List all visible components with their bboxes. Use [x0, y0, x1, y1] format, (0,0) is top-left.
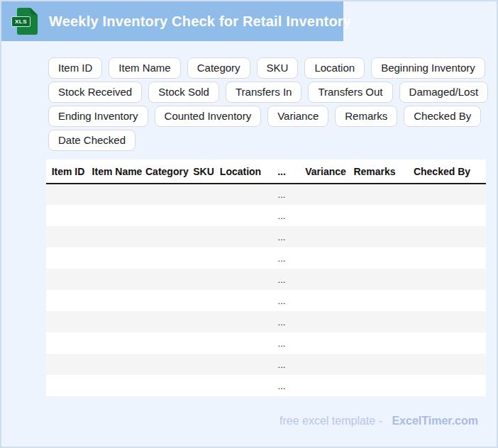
footer-brand-link[interactable]: ExcelTimer.com [392, 415, 478, 427]
table-cell [300, 205, 351, 226]
inventory-table-container: Item IDItem NameCategorySKULocation...Va… [46, 159, 486, 396]
table-cell [90, 375, 144, 396]
field-chip[interactable]: Item Name [109, 57, 180, 79]
table-header-cell: Checked By [398, 159, 486, 184]
field-chip[interactable]: Transfers Out [308, 82, 392, 103]
table-cell [300, 332, 351, 354]
table-cell: ... [263, 184, 300, 205]
field-chip[interactable]: Item ID [48, 57, 102, 79]
table-header-cell: Location [218, 159, 263, 184]
xls-file-icon: XLS [17, 8, 38, 35]
table-cell [398, 205, 486, 226]
table-cell [46, 247, 90, 269]
xls-icon-label: XLS [11, 16, 31, 27]
table-row: ... [46, 332, 486, 354]
table-cell [218, 332, 263, 354]
table-cell: ... [263, 311, 300, 332]
table-cell: ... [263, 354, 300, 375]
field-chip[interactable]: Date Checked [48, 130, 135, 151]
table-cell [300, 375, 351, 396]
table-cell [46, 184, 90, 205]
table-cell [90, 311, 144, 332]
table-cell [46, 311, 90, 332]
table-cell [398, 332, 486, 354]
table-row: ... [46, 184, 486, 205]
table-cell [189, 332, 218, 354]
table-row: ... [46, 290, 486, 311]
table-header-cell: Item Name [90, 159, 144, 184]
table-cell [300, 290, 351, 311]
chip-row: Date Checked [48, 130, 488, 151]
table-cell [218, 184, 263, 205]
field-chip[interactable]: Stock Received [48, 82, 142, 103]
table-cell [189, 311, 218, 332]
table-cell [218, 354, 263, 375]
field-chip[interactable]: Stock Sold [148, 82, 219, 103]
table-cell [90, 205, 144, 226]
field-chip[interactable]: SKU [257, 57, 299, 79]
table-row: ... [46, 247, 486, 269]
table-cell [46, 375, 90, 396]
footer-text: free excel template - [280, 415, 382, 427]
table-cell [351, 354, 398, 375]
table-cell [189, 354, 218, 375]
table-cell [189, 247, 218, 269]
table-cell [144, 290, 189, 311]
table-cell [144, 205, 189, 226]
table-row: ... [46, 269, 486, 290]
table-cell [351, 205, 398, 226]
table-cell [144, 375, 189, 396]
field-chip[interactable]: Category [187, 57, 250, 79]
table-cell [218, 205, 263, 226]
field-chip[interactable]: Counted Inventory [155, 106, 262, 127]
table-cell [398, 375, 486, 396]
table-cell [218, 247, 263, 269]
field-chip[interactable]: Variance [267, 106, 328, 127]
table-cell [218, 226, 263, 247]
table-cell [398, 354, 486, 375]
page-title: Weekly Inventory Check for Retail Invent… [49, 13, 351, 30]
table-cell [218, 311, 263, 332]
header-bar: XLS Weekly Inventory Check for Retail In… [1, 1, 343, 41]
table-cell [189, 184, 218, 205]
table-cell [351, 269, 398, 290]
table-header-cell: Variance [300, 159, 351, 184]
table-cell [300, 354, 351, 375]
field-chip[interactable]: Ending Inventory [48, 106, 148, 127]
footer: free excel template - ExcelTimer.com [280, 415, 478, 427]
field-chip[interactable]: Transfers In [226, 82, 301, 103]
table-cell: ... [263, 226, 300, 247]
table-cell [144, 311, 189, 332]
table-cell [46, 332, 90, 354]
table-cell [218, 269, 263, 290]
field-chip[interactable]: Remarks [335, 106, 397, 127]
table-cell [46, 226, 90, 247]
inventory-table: Item IDItem NameCategorySKULocation...Va… [46, 159, 486, 396]
table-row: ... [46, 354, 486, 375]
table-cell: ... [263, 290, 300, 311]
field-chip[interactable]: Damaged/Lost [399, 82, 489, 103]
field-chip[interactable]: Beginning Inventory [371, 57, 485, 79]
table-cell [351, 375, 398, 396]
table-cell: ... [263, 332, 300, 354]
table-cell [144, 226, 189, 247]
table-cell [189, 375, 218, 396]
table-cell [144, 269, 189, 290]
table-cell [90, 354, 144, 375]
table-cell [90, 332, 144, 354]
field-chip-list: Item IDItem NameCategorySKULocationBegin… [48, 57, 488, 154]
table-cell [144, 247, 189, 269]
field-chip[interactable]: Checked By [404, 106, 481, 127]
table-header-cell: SKU [189, 159, 218, 184]
table-cell [351, 226, 398, 247]
table-header-cell: Remarks [351, 159, 398, 184]
table-cell [90, 184, 144, 205]
table-cell [398, 311, 486, 332]
table-cell [351, 184, 398, 205]
table-cell: ... [263, 205, 300, 226]
field-chip[interactable]: Location [304, 57, 365, 79]
table-cell [189, 226, 218, 247]
table-cell [46, 205, 90, 226]
table-cell [90, 269, 144, 290]
chip-row: Ending InventoryCounted InventoryVarianc… [48, 106, 488, 127]
